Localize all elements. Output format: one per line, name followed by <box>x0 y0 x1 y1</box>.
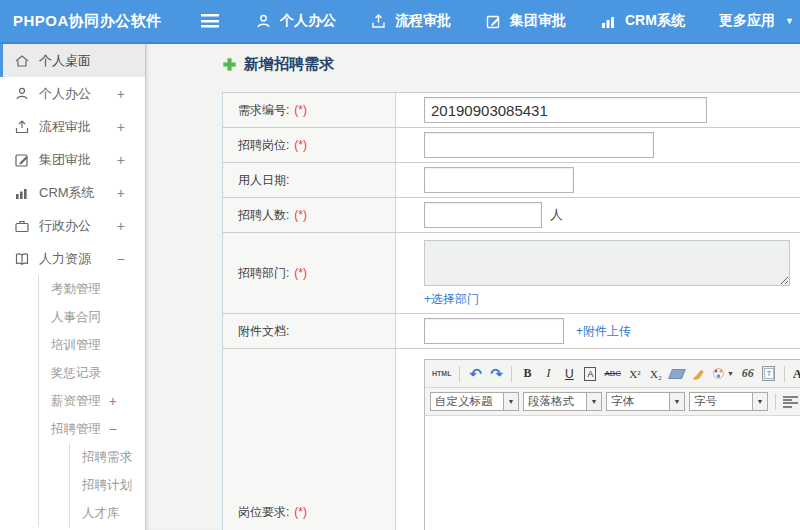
field-label: 招聘人数: (*) <box>223 198 396 232</box>
sidebar-item-personal-office[interactable]: 个人办公 + <box>0 77 145 110</box>
font-size-select[interactable]: 字号 ▼ <box>689 392 768 411</box>
field-label: 招聘部门: (*) <box>223 233 396 313</box>
hire-date-input[interactable] <box>424 167 574 193</box>
collapse-icon[interactable]: − <box>117 251 125 267</box>
sidebar-item-label: 招聘管理 <box>51 421 101 438</box>
nav-personal-office[interactable]: 个人办公 <box>255 12 336 30</box>
field-value <box>396 163 800 197</box>
sidebar-item-talent-pool[interactable]: 人才库 <box>70 499 145 527</box>
nav-crm-system[interactable]: CRM系统 <box>600 12 685 30</box>
sidebar-item-label: 人才库 <box>82 505 120 522</box>
sidebar-item-attendance-mgmt[interactable]: 考勤管理 <box>39 275 145 303</box>
headcount-input[interactable] <box>424 202 542 228</box>
paint-format-icon[interactable]: ▼ <box>710 364 736 384</box>
nav-workflow-approval[interactable]: 流程审批 <box>370 12 451 30</box>
form-row-headcount: 招聘人数: (*) 人 <box>223 198 800 233</box>
attachment-input[interactable] <box>424 318 564 344</box>
caret-down-icon: ▼ <box>753 392 768 411</box>
expand-icon[interactable]: + <box>117 86 125 102</box>
caret-down-icon: ▼ <box>504 392 519 411</box>
sidebar-item-label: 奖惩记录 <box>51 365 101 382</box>
superscript-button[interactable]: X² <box>626 364 644 384</box>
required-mark: (*) <box>294 138 307 152</box>
editor-content-area[interactable] <box>425 416 800 530</box>
department-textarea[interactable] <box>424 240 790 286</box>
subscript-button[interactable]: X₂ <box>647 364 665 384</box>
expand-icon[interactable]: + <box>117 218 125 234</box>
caret-down-icon: ▼ <box>670 392 685 411</box>
sidebar-item-group-approval[interactable]: 集团审批 + <box>0 143 145 176</box>
custom-heading-select[interactable]: 自定义标题 ▼ <box>430 392 519 411</box>
field-label: 招聘岗位: (*) <box>223 128 396 162</box>
italic-button[interactable]: I <box>539 364 557 384</box>
nav-group-approval[interactable]: 集团审批 <box>485 12 566 30</box>
nav-label: CRM系统 <box>625 12 685 30</box>
form-row-req-no: 需求编号: (*) <box>223 93 800 128</box>
align-left-icon[interactable] <box>783 396 798 408</box>
sidebar-item-reward-punishment[interactable]: 奖惩记录 <box>39 359 145 387</box>
expand-icon[interactable]: + <box>117 119 125 135</box>
paste-table-icon[interactable]: T <box>760 364 778 384</box>
sidebar-item-label: 招聘需求 <box>82 449 132 466</box>
recruitment-demand-form: 需求编号: (*) 招聘岗位: (*) 用人 <box>222 92 800 530</box>
field-label: 岗位要求: (*) <box>223 349 396 530</box>
app-window: PHPOA协同办公软件 个人办公 流程审批 集团审批 <box>0 0 800 530</box>
expand-icon[interactable]: + <box>109 393 117 409</box>
chart-icon <box>14 185 30 201</box>
sidebar-item-human-resources[interactable]: 人力资源 − <box>0 242 145 275</box>
hr-submenu: 考勤管理 人事合同 培训管理 奖惩记录 薪资管理 + 招聘管理 − 招聘需求 <box>38 275 145 527</box>
top-nav: 个人办公 流程审批 集团审批 CRM系统 更多应用 <box>255 12 794 30</box>
brush-icon[interactable] <box>689 364 707 384</box>
font-family-select[interactable]: 字体 ▼ <box>606 392 685 411</box>
expand-icon[interactable]: + <box>117 152 125 168</box>
undo-icon[interactable]: ↶ <box>466 364 484 384</box>
field-label: 用人日期: <box>223 163 396 197</box>
workflow-icon <box>370 13 387 30</box>
sidebar-item-salary-mgmt[interactable]: 薪资管理 + <box>39 387 145 415</box>
label-text: 招聘人数: <box>238 207 289 224</box>
sidebar-item-crm-system[interactable]: CRM系统 + <box>0 176 145 209</box>
sidebar-item-recruitment-mgmt[interactable]: 招聘管理 − <box>39 415 145 443</box>
toolbar-separator <box>459 366 460 382</box>
page-title: 新增招聘需求 <box>222 55 334 74</box>
html-source-button[interactable]: HTML <box>430 364 453 384</box>
nav-more-apps[interactable]: 更多应用 ▼ <box>719 12 794 30</box>
field-value: 人 <box>396 198 800 232</box>
attachment-upload-link[interactable]: +附件上传 <box>576 323 631 340</box>
paragraph-format-select[interactable]: 段落格式 ▼ <box>523 392 602 411</box>
select-department-link[interactable]: +选择部门 <box>424 291 479 308</box>
sidebar-item-admin-office[interactable]: 行政办公 + <box>0 209 145 242</box>
hamburger-menu-icon[interactable] <box>201 14 221 28</box>
required-mark: (*) <box>294 208 307 222</box>
sidebar-item-training-mgmt[interactable]: 培训管理 <box>39 331 145 359</box>
field-value: HTML ↶ ↷ B I U A ABC X² X₂ <box>396 349 800 530</box>
form-row-hire-date: 用人日期: <box>223 163 800 198</box>
blockquote-button[interactable]: 66 <box>739 364 757 384</box>
user-icon <box>255 13 272 30</box>
caret-down-icon: ▼ <box>587 392 602 411</box>
home-icon <box>14 53 30 69</box>
sidebar-item-hr-contract[interactable]: 人事合同 <box>39 303 145 331</box>
strikethrough-button[interactable]: ABC <box>602 364 622 384</box>
sidebar-item-recruitment-plan[interactable]: 招聘计划 <box>70 471 145 499</box>
app-logo: PHPOA协同办公软件 <box>0 12 201 31</box>
expand-icon[interactable]: + <box>117 185 125 201</box>
underline-button[interactable]: U <box>560 364 578 384</box>
sidebar-item-personal-desktop[interactable]: 个人桌面 <box>0 44 145 77</box>
sidebar-item-recruitment-demand[interactable]: 招聘需求 <box>70 443 145 471</box>
collapse-icon[interactable]: − <box>109 421 117 437</box>
sidebar: 个人桌面 个人办公 + 流程审批 + 集团审批 + <box>0 44 146 530</box>
redo-icon[interactable]: ↷ <box>487 364 505 384</box>
eraser-icon[interactable] <box>668 364 686 384</box>
bold-button[interactable]: B <box>518 364 536 384</box>
sidebar-item-label: 招聘计划 <box>82 477 132 494</box>
req-no-input[interactable] <box>424 97 707 123</box>
position-input[interactable] <box>424 132 654 158</box>
font-color-button[interactable]: A ▼ <box>791 364 800 384</box>
label-text: 招聘岗位: <box>238 137 289 154</box>
edit-icon <box>485 13 502 30</box>
sidebar-item-workflow-approval[interactable]: 流程审批 + <box>0 110 145 143</box>
form-row-job-requirements: 岗位要求: (*) HTML ↶ ↷ B I U <box>223 349 800 530</box>
form-row-attachment: 附件文档: +附件上传 <box>223 314 800 349</box>
boxed-text-button[interactable]: A <box>584 367 596 381</box>
